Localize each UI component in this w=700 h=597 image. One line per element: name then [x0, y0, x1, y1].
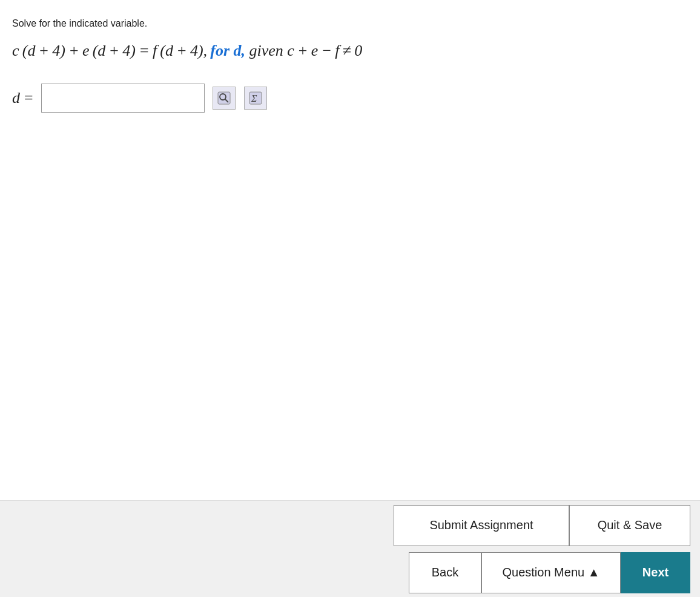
equation-display: c (d + 4) + e (d + 4) = f (d + 4), for d…	[12, 40, 688, 62]
answer-input[interactable]	[41, 84, 205, 113]
search-icon	[213, 87, 236, 110]
sigma-icon: Σ	[244, 87, 267, 110]
instruction-text: Solve for the indicated variable.	[12, 18, 688, 29]
answer-row: d = Σ	[12, 84, 688, 113]
eq-given: given c + e − f ≠ 0	[245, 40, 362, 62]
footer-bottom-row: Back Question Menu ▲ Next	[409, 552, 690, 593]
eq-for-label: for d,	[210, 40, 245, 62]
search-icon-button[interactable]	[212, 86, 236, 110]
back-button[interactable]: Back	[409, 552, 481, 593]
sigma-icon-button[interactable]: Σ	[243, 86, 268, 110]
eq-part-1: c (d + 4) + e (d + 4) = f (d + 4),	[12, 40, 210, 62]
quit-save-button[interactable]: Quit & Save	[569, 505, 690, 546]
question-menu-button[interactable]: Question Menu ▲	[481, 552, 621, 593]
svg-text:Σ: Σ	[251, 93, 257, 104]
main-content: Solve for the indicated variable. c (d +…	[0, 0, 700, 125]
footer-top-row: Submit Assignment Quit & Save	[394, 505, 690, 546]
answer-label: d =	[12, 89, 34, 107]
footer: Submit Assignment Quit & Save Back Quest…	[0, 500, 700, 597]
submit-assignment-button[interactable]: Submit Assignment	[394, 505, 569, 546]
next-button[interactable]: Next	[621, 552, 690, 593]
